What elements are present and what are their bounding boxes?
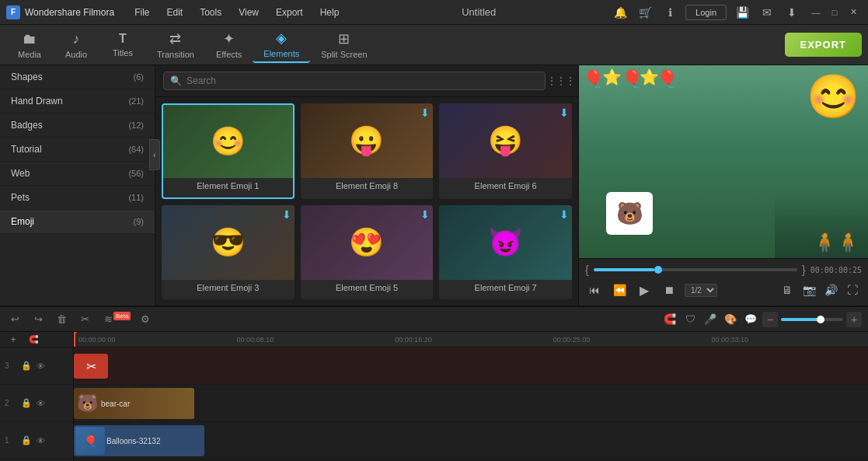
- menu-export[interactable]: Export: [268, 4, 311, 21]
- search-box[interactable]: 🔍: [163, 72, 546, 90]
- tool-transition[interactable]: ⇄ Transition: [146, 27, 205, 62]
- download-btn-2[interactable]: ⬇: [559, 107, 569, 119]
- preview-area: 🎈 ⭐ 🎈 ⭐ 🎈 😊 🐻 🧍 🧍: [579, 65, 868, 258]
- track-1-eye[interactable]: 👁: [34, 435, 47, 447]
- media-card-0[interactable]: 😊 Element Emoji 1: [162, 103, 295, 199]
- zoom-in-button[interactable]: +: [846, 312, 862, 327]
- delete-button[interactable]: 🗑: [53, 311, 70, 328]
- app-logo: F Wondershare Filmora: [6, 5, 114, 19]
- download-btn-3[interactable]: ⬇: [282, 208, 291, 221]
- fullscreen-button[interactable]: ⛶: [843, 281, 862, 299]
- save-icon[interactable]: 💾: [733, 3, 751, 22]
- search-input[interactable]: [186, 75, 539, 86]
- card-thumb-0: 😊: [163, 105, 293, 178]
- cart-icon[interactable]: 🛒: [636, 3, 654, 22]
- track-2-lock[interactable]: 🔒: [20, 397, 33, 410]
- snapshot-button[interactable]: 📷: [800, 281, 818, 299]
- bear-clip[interactable]: 🐻 bear-car: [74, 388, 194, 419]
- playhead[interactable]: [74, 332, 75, 347]
- menu-file[interactable]: File: [127, 4, 157, 21]
- download-btn-1[interactable]: ⬇: [420, 107, 430, 119]
- speed-selector[interactable]: 1/2 1/4 1x: [685, 284, 717, 297]
- volume-button[interactable]: 🔊: [821, 281, 840, 299]
- progress-thumb: [654, 266, 662, 274]
- download-btn-4[interactable]: ⬇: [420, 208, 430, 221]
- category-handdrawn[interactable]: Hand Drawn (21): [0, 89, 155, 114]
- snap-button[interactable]: 🧲: [661, 311, 678, 328]
- card-label-0: Element Emoji 1: [163, 178, 293, 194]
- track-3-lock[interactable]: 🔒: [20, 360, 33, 372]
- frame-back-button[interactable]: ⏪: [610, 281, 629, 299]
- search-icon: 🔍: [170, 75, 182, 86]
- download-btn-5[interactable]: ⬇: [559, 208, 569, 221]
- media-card-2[interactable]: 😝 ⬇ Element Emoji 6: [439, 103, 572, 199]
- tool-effects[interactable]: ✦ Effects: [205, 27, 253, 62]
- track-1-lock[interactable]: 🔒: [20, 435, 33, 447]
- download-icon[interactable]: ⬇: [783, 3, 801, 22]
- tool-audio[interactable]: ♪ Audio: [53, 28, 99, 62]
- preview-screen-button[interactable]: 🖥: [778, 281, 797, 299]
- info-icon[interactable]: ℹ: [661, 3, 679, 22]
- ruler-mark-0: 00:00:00:00: [77, 336, 235, 344]
- bear-clip-emoji: 🐻: [77, 393, 98, 414]
- main-area: Shapes (6) Hand Drawn (21) Badges (12) T…: [0, 65, 868, 306]
- media-card-3[interactable]: 😎 ⬇ Element Emoji 3: [162, 205, 295, 299]
- track-2-eye[interactable]: 👁: [34, 397, 47, 410]
- shield-button[interactable]: 🛡: [682, 311, 699, 328]
- category-shapes[interactable]: Shapes (6): [0, 65, 155, 89]
- progress-slider[interactable]: [594, 268, 797, 271]
- minimize-button[interactable]: —: [807, 4, 824, 21]
- timeline-tracks[interactable]: 00:00:00:00 00:00:08:10 00:00:16:20 00:0…: [74, 332, 868, 461]
- category-tutorial[interactable]: Tutorial (64): [0, 138, 155, 162]
- maximize-button[interactable]: □: [826, 4, 843, 21]
- timeline-toolbar: ↩ ↪ 🗑 ✂ ≋ Beta ⚙ 🧲 🛡 🎤 🎨 💬 − +: [0, 307, 868, 332]
- menu-tools[interactable]: Tools: [192, 4, 229, 21]
- cut-clip[interactable]: ✂: [74, 354, 108, 379]
- track-row-2: 🐻 bear-car: [74, 385, 868, 422]
- category-pets[interactable]: Pets (11): [0, 186, 155, 210]
- card-thumb-3: 😎 ⬇: [162, 205, 295, 280]
- tool-splitscreen[interactable]: ⊞ Split Screen: [310, 27, 378, 62]
- adjust-button[interactable]: ⚙: [137, 311, 154, 328]
- category-badges[interactable]: Badges (12): [0, 114, 155, 138]
- zoom-out-button[interactable]: −: [762, 312, 778, 327]
- mic-button[interactable]: 🎤: [702, 311, 719, 328]
- category-web[interactable]: Web (56): [0, 162, 155, 186]
- panel-collapse-button[interactable]: ‹: [149, 139, 160, 170]
- tool-elements[interactable]: ◈ Elements: [253, 26, 310, 63]
- cut-button[interactable]: ✂: [76, 311, 93, 328]
- media-card-1[interactable]: 😛 ⬇ Element Emoji 8: [301, 103, 434, 199]
- tool-media[interactable]: 🖿 Media: [6, 28, 53, 62]
- tracks-content: 00:00:00:00 00:00:08:10 00:00:16:20 00:0…: [74, 332, 868, 459]
- undo-button[interactable]: ↩: [6, 311, 23, 328]
- ruler-mark-1: 00:00:08:10: [235, 336, 394, 344]
- track-3-eye[interactable]: 👁: [34, 360, 47, 372]
- color-button[interactable]: 🎨: [722, 311, 739, 328]
- close-button[interactable]: ✕: [845, 4, 862, 21]
- notification-icon[interactable]: 🔔: [611, 3, 629, 22]
- media-card-5[interactable]: 😈 ⬇ Element Emoji 7: [439, 205, 572, 299]
- play-button[interactable]: ▶: [635, 281, 654, 299]
- menu-edit[interactable]: Edit: [159, 4, 191, 21]
- login-button[interactable]: Login: [685, 5, 727, 20]
- message-icon[interactable]: ✉: [758, 3, 776, 22]
- subtitle-button[interactable]: 💬: [742, 311, 759, 328]
- redo-button[interactable]: ↪: [30, 311, 47, 328]
- menu-help[interactable]: Help: [312, 4, 347, 21]
- step-back-button[interactable]: ⏮: [585, 281, 604, 299]
- menu-view[interactable]: View: [231, 4, 267, 21]
- scissors-icon: ✂: [86, 359, 96, 374]
- media-label: Media: [18, 50, 41, 59]
- balloon-blue: 🎈: [583, 69, 604, 89]
- export-button[interactable]: EXPORT: [785, 33, 862, 57]
- tool-titles[interactable]: T Titles: [99, 29, 146, 61]
- add-track-button[interactable]: +: [5, 332, 22, 348]
- card-label-3: Element Emoji 3: [162, 280, 295, 295]
- video-clip[interactable]: 🎈 Balloons-32132: [74, 425, 204, 456]
- grid-toggle-button[interactable]: ⋮⋮⋮: [552, 72, 570, 90]
- category-emoji[interactable]: Emoji (9): [0, 210, 155, 234]
- stop-button[interactable]: ⏹: [660, 281, 678, 299]
- magnet-button[interactable]: 🧲: [25, 332, 42, 348]
- zoom-slider[interactable]: [781, 318, 843, 321]
- media-card-4[interactable]: 😍 ⬇ Element Emoji 5: [301, 205, 434, 299]
